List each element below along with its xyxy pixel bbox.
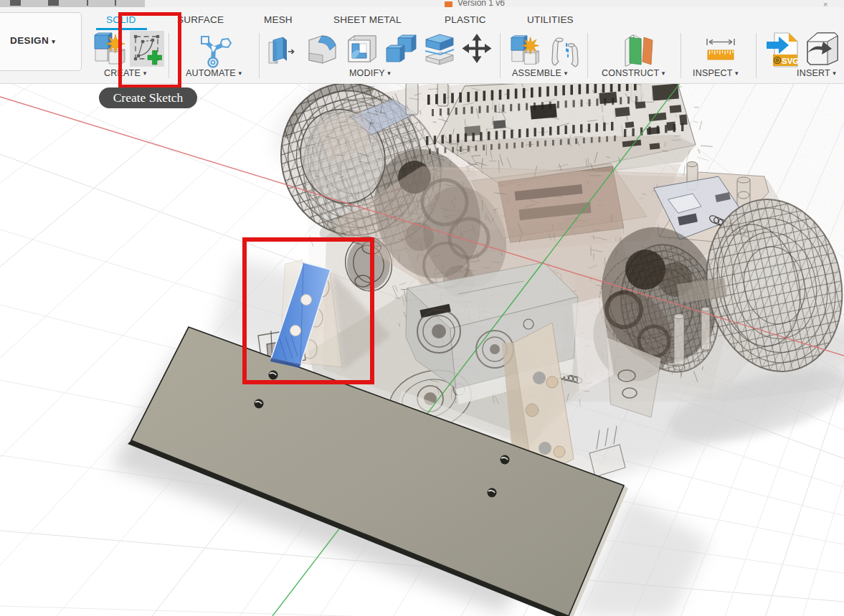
svg-text:SVG: SVG bbox=[782, 57, 799, 65]
